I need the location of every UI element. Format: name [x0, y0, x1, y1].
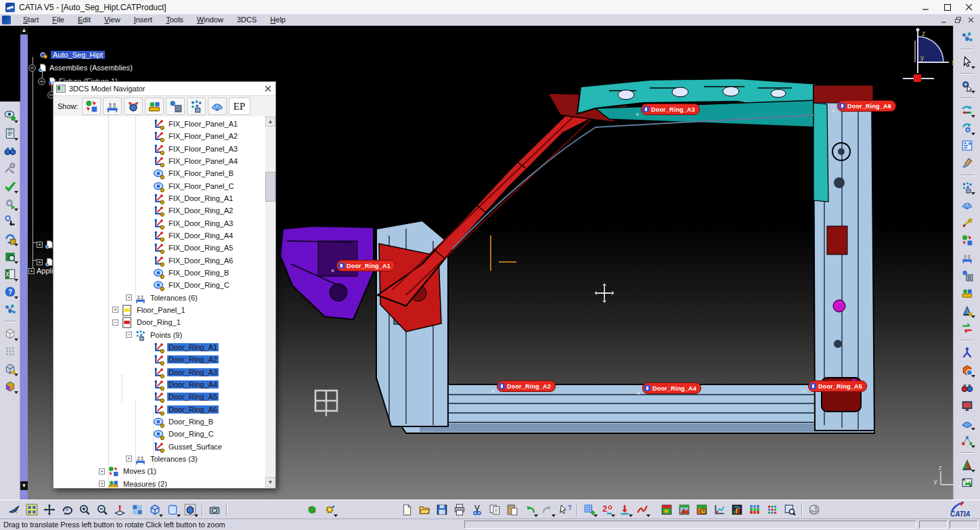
color-dots-button[interactable] [763, 501, 781, 518]
spec-tree-node[interactable]: + [37, 240, 54, 249]
navigator-tree-row[interactable]: Door_Ring_A1 [54, 341, 219, 353]
navigator-tree-row[interactable]: Door_Ring_B [54, 416, 215, 428]
menu-start[interactable]: Start [16, 15, 45, 25]
navigator-tree-row[interactable]: FIX_Floor_Panel_A1 [54, 118, 239, 130]
navigator-scrollbar[interactable]: ▲ ▼ [265, 116, 275, 487]
show-measures-button[interactable] [145, 97, 164, 115]
moves-button[interactable] [958, 231, 976, 249]
rotate-button[interactable] [58, 501, 76, 518]
cube-globe-button[interactable] [958, 361, 976, 379]
cube-color-button[interactable] [1, 378, 19, 395]
open-folder-button[interactable] [416, 501, 433, 518]
navigator-tree-row[interactable]: FIX_Door_Ring_A6 [54, 255, 234, 267]
normal-view-button[interactable] [111, 501, 129, 518]
gdt-grid-button[interactable] [958, 267, 976, 284]
navigator-tree-row[interactable]: FIX_Door_Ring_A5 [54, 242, 234, 254]
navigator-tree-row[interactable]: FIX_Door_Ring_A2 [54, 204, 234, 217]
expand-icon[interactable]: + [37, 259, 43, 265]
navigator-tree-row[interactable]: Door_Ring_A6 [54, 403, 219, 416]
context-help-button[interactable]: ? [556, 501, 574, 518]
surface-blue-button[interactable] [958, 414, 976, 432]
viewport-label[interactable]: Door_Ring_A6 [837, 100, 896, 112]
viewport-label[interactable]: Door_Ring_A4 [642, 382, 701, 394]
navigator-tree-row[interactable]: FIX_Door_Ring_C [54, 279, 231, 291]
navigator-tree-row[interactable]: Door_Ring_A3 [54, 366, 219, 378]
scroll-up-icon[interactable]: ▲ [20, 26, 28, 35]
grid-widget[interactable] [313, 387, 340, 417]
navigator-tree-row[interactable]: FIX_Door_Ring_A4 [54, 229, 234, 242]
status-field-2[interactable] [919, 521, 948, 529]
menu-tools[interactable]: Tools [159, 15, 190, 25]
pan-button[interactable] [41, 501, 58, 518]
dots-gray-button[interactable] [1, 343, 19, 360]
clipboard-button[interactable] [1, 125, 19, 142]
status-field[interactable] [464, 521, 916, 529]
expand-icon[interactable]: + [126, 456, 132, 462]
runner-button[interactable] [958, 344, 976, 361]
navigator-tree-row[interactable]: Door_Ring_A4 [54, 378, 219, 391]
spec-tree-node[interactable]: + [37, 257, 54, 267]
check-button[interactable] [1, 177, 19, 195]
binoculars-button[interactable] [1, 142, 19, 160]
gear-cursor-button[interactable] [958, 77, 976, 95]
show-dlm-button[interactable] [166, 97, 185, 115]
paintbrush-button[interactable] [958, 154, 976, 172]
navigator-tree-row[interactable]: +Moves (1) [54, 465, 158, 477]
render-cube-button[interactable] [181, 501, 199, 518]
expand-icon[interactable]: + [37, 242, 43, 248]
save-button[interactable] [433, 501, 451, 518]
molecule-button[interactable] [958, 28, 976, 46]
measure-2-button[interactable]: 2 [598, 501, 616, 518]
color-map-button[interactable] [658, 501, 675, 518]
show-moves-button[interactable] [82, 97, 101, 115]
scrollbar-down-icon[interactable]: ▼ [265, 477, 275, 487]
link-arrows-button[interactable] [958, 102, 976, 119]
menu-view[interactable]: View [97, 15, 127, 25]
navigator-tree-row[interactable]: FIX_Door_Ring_A3 [54, 217, 234, 229]
gear-play-button[interactable] [1, 195, 19, 213]
gear-3dcs-button[interactable] [321, 501, 338, 518]
cube-select-button[interactable] [1, 360, 19, 378]
navigator-tree-row[interactable]: FIX_Floor_Panel_A3 [54, 143, 239, 155]
show-ep-button[interactable]: EP [229, 97, 250, 115]
place-down-button[interactable] [1, 213, 19, 230]
menu-help[interactable]: Help [263, 15, 292, 25]
navigator-tree-row[interactable]: −Door_Ring_1 [54, 316, 182, 328]
gear-rotate-button[interactable] [958, 119, 976, 137]
navigator-tree-row[interactable]: +Floor_Panel_1 [54, 304, 187, 316]
binoculars-red-button[interactable] [958, 379, 976, 397]
cut-button[interactable] [468, 501, 486, 518]
help-button[interactable]: ? [1, 283, 19, 301]
expand-icon[interactable]: + [99, 468, 105, 474]
grid-add-button[interactable] [581, 501, 598, 518]
expand-icon[interactable]: + [112, 307, 118, 313]
viewport-label[interactable]: Door_Ring_A2 [497, 380, 556, 392]
navigator-tree-row[interactable]: Gusset_Surface [54, 441, 223, 453]
new-file-button[interactable] [398, 501, 416, 518]
navigator-tree-row[interactable]: +Tolerances (3) [54, 453, 199, 465]
export-down-button[interactable] [616, 501, 633, 518]
eye-doc-button[interactable] [1, 107, 19, 125]
maximize-button[interactable] [937, 0, 958, 14]
spec-tree-node[interactable]: −Assemblies (Assemblies) [28, 63, 133, 72]
expand-icon[interactable]: + [99, 481, 105, 487]
copy-button[interactable] [486, 501, 504, 518]
camera-button[interactable] [206, 501, 223, 518]
spec-tree-node[interactable]: Auto_Seg_Hipt [39, 50, 105, 60]
child-restore-button[interactable] [953, 16, 962, 24]
menu-edit[interactable]: Edit [71, 15, 97, 25]
curve-red-button[interactable] [633, 501, 651, 518]
view-compass[interactable]: z x y [897, 27, 960, 84]
paste-button[interactable] [504, 501, 521, 518]
dialog-title-bar[interactable]: 3DCS Model Navigator [53, 82, 275, 96]
swap-arrows-button[interactable] [958, 319, 976, 337]
tree-view-button[interactable] [958, 137, 976, 154]
print-button[interactable] [451, 501, 468, 518]
color-mountain-button[interactable] [675, 501, 693, 518]
navigator-tree-row[interactable]: Door_Ring_A2 [54, 353, 219, 366]
view-area-button[interactable] [1, 248, 19, 265]
monitor-button[interactable] [958, 397, 976, 414]
spec-tree-node[interactable]: +Appli [28, 267, 53, 275]
show-features-button[interactable] [208, 97, 227, 115]
axis-graph-button[interactable] [711, 501, 728, 518]
